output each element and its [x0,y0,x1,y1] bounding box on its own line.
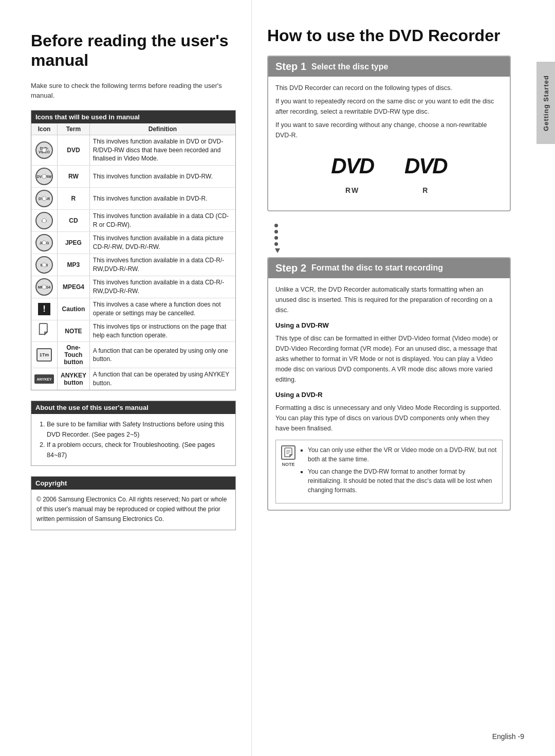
icon-cell-3: CD [31,210,58,232]
term-cell-2: R [58,188,90,210]
about-item-0: Be sure to be familiar with Safety Instr… [47,419,230,440]
dvd-r-label: R [404,185,447,196]
icon-cell-2: DVD-R [31,188,58,210]
note-item-0: You can only use either the VR or Video … [308,445,497,464]
left-title: Before reading the user's manual [31,31,236,70]
term-cell-5: MP3 [58,254,90,276]
dvd-rw-logo-item: DVD RW [331,149,374,196]
icon-cell-5: MP3 [31,254,58,276]
note-icon-wrap: NOTE [281,445,295,498]
footer-page: -9 [518,732,524,741]
def-cell-3: This involves function available in a da… [89,210,235,232]
table-row: !CautionThis involves a case where a fun… [31,298,235,320]
def-cell-2: This involves function available in DVD-… [89,188,235,210]
def-cell-0: This involves function available in DVD … [89,135,235,165]
note-label: NOTE [282,461,294,469]
intro-text: Make sure to check the following terms b… [31,81,236,101]
about-content: Be sure to be familiar with Safety Instr… [31,414,235,465]
def-cell-4: This involves function available in a da… [89,232,235,254]
def-cell-5: This involves function available in a da… [89,254,235,276]
dots-container [267,220,511,257]
step1-header: Step 1 Select the disc type [268,57,510,77]
dvd-rw-label: RW [331,185,374,196]
icon-cell-7: ! [31,298,58,320]
step1-para1: If you want to repeatedly record on the … [275,96,503,117]
table-row: 1TmOne-Touch buttonA function that can b… [31,342,235,368]
step2-content: Unlike a VCR, the DVD Recorder automatic… [268,278,510,510]
footer-language: English [492,732,516,741]
table-row: MPEG4MPEG4This involves function availab… [31,276,235,298]
col-definition: Definition [89,123,235,135]
term-cell-4: JPEG [58,232,90,254]
icon-cell-8 [31,320,58,342]
icon-cell-4: JPEG [31,232,58,254]
col-icon: Icon [31,123,58,135]
table-row: ANYKEYANYKEY buttonA function that can b… [31,368,235,390]
copyright-header: Copyright [31,477,235,490]
table-row: CDCDThis involves function available in … [31,210,235,232]
dvd-r-text: Formatting a disc is unnecessary and onl… [275,403,503,434]
def-cell-8: This involves tips or instructions on th… [89,320,235,342]
side-tab-label: Getting Started [542,75,550,131]
icons-table-wrapper: Icons that will be used in manual Icon T… [31,110,236,390]
note-text: You can only use either the VR or Video … [301,445,497,498]
step2-box: Step 2 Format the disc to start recordin… [267,257,511,511]
note-item-1: You can change the DVD-RW format to anot… [308,467,497,495]
def-cell-7: This involves a case where a function do… [89,298,235,320]
note-icon [281,445,295,460]
icon-cell-1: DVD-RW [31,166,58,188]
term-cell-10: ANYKEY button [58,368,90,390]
step2-intro: Unlike a VCR, the DVD Recorder automatic… [275,284,503,315]
step1-para2: If you want to save recording without an… [275,120,503,140]
getting-started-tab: Getting Started [536,62,555,144]
dot1 [274,224,278,227]
term-cell-6: MPEG4 [58,276,90,298]
copyright-content: © 2006 Samsung Electronics Co. All right… [31,490,235,530]
term-cell-3: CD [58,210,90,232]
dvd-rw-logo: DVD [331,149,374,183]
step2-title: Format the disc to start recording [311,263,443,273]
about-header: About the use of this user's manual [31,401,235,414]
dvd-rw-header: Using a DVD-RW [275,320,503,331]
dot2 [274,230,278,233]
copyright-box: Copyright © 2006 Samsung Electronics Co.… [31,476,236,530]
icon-cell-0: DVD-VIDEO [31,135,58,165]
table-row: MP3MP3This involves function available i… [31,254,235,276]
icons-table-header: Icons that will be used in manual [31,111,235,123]
table-row: DVD-VIDEODVDThis involves function avail… [31,135,235,165]
right-column: How to use the DVD Recorder Step 1 Selec… [252,0,536,756]
dvd-r-logo: DVD [404,149,447,183]
note-box: NOTE You can only use either the VR or V… [275,440,503,503]
dot4 [274,242,278,246]
dvd-r-logo-item: DVD R [404,149,447,196]
term-cell-0: DVD [58,135,90,165]
icon-cell-9: 1Tm [31,342,58,368]
term-cell-7: Caution [58,298,90,320]
dvd-rw-text: This type of disc can be formatted in ei… [275,333,503,385]
icon-cell-6: MPEG4 [31,276,58,298]
dvd-logos: DVD RW DVD R [275,140,503,204]
table-row: JPEGJPEGThis involves function available… [31,232,235,254]
right-title: How to use the DVD Recorder [267,26,511,45]
def-cell-6: This involves function available in a da… [89,276,235,298]
step1-box: Step 1 Select the disc type This DVD Rec… [267,56,511,211]
table-row: NOTEThis involves tips or instructions o… [31,320,235,342]
step1-intro: This DVD Recorder can record on the foll… [275,83,503,93]
col-term: Term [58,123,90,135]
term-cell-1: RW [58,166,90,188]
term-cell-9: One-Touch button [58,342,90,368]
step1-title: Select the disc type [311,62,388,71]
footer: English -9 [492,732,524,741]
left-column: Before reading the user's manual Make su… [0,0,252,756]
arrow-down [275,248,280,253]
icon-cell-10: ANYKEY [31,368,58,390]
term-cell-8: NOTE [58,320,90,342]
step2-header: Step 2 Format the disc to start recordin… [268,258,510,278]
step1-content: This DVD Recorder can record on the foll… [268,77,510,210]
dvd-r-header: Using a DVD-R [275,390,503,401]
step2-number: Step 2 [275,262,306,274]
def-cell-1: This involves function available in DVD-… [89,166,235,188]
def-cell-10: A function that can be operated by using… [89,368,235,390]
table-row: DVD-RRThis involves function available i… [31,188,235,210]
about-box: About the use of this user's manual Be s… [31,401,236,466]
